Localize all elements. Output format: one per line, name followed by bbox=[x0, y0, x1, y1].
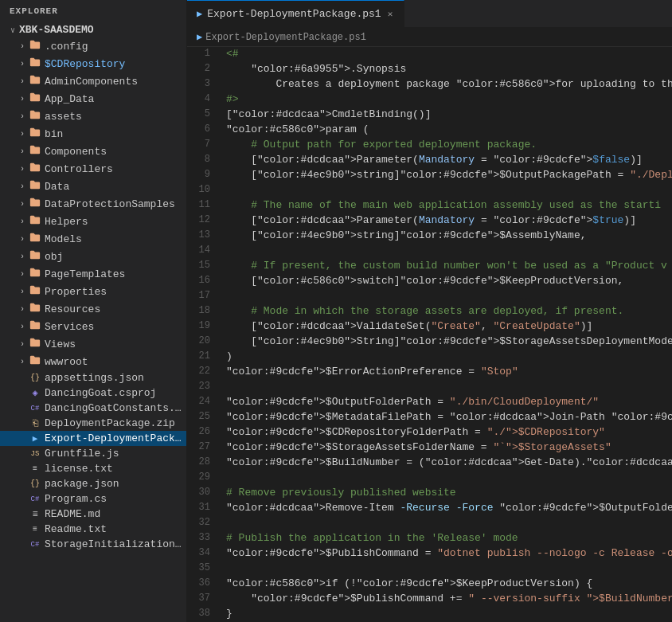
code-line: 13 ["color:#4ec9b0">string]"color:#9cdcf… bbox=[187, 229, 672, 244]
tab-close-icon[interactable]: ✕ bbox=[386, 8, 395, 20]
code-line: 23 bbox=[187, 380, 672, 395]
root-folder[interactable]: ∨ XBK-SAASDEMO bbox=[0, 22, 186, 37]
label-appsettings: appsettings.json bbox=[45, 372, 183, 384]
arrow-data: › bbox=[16, 182, 29, 191]
line-content bbox=[223, 561, 672, 577]
sidebar-item-data[interactable]: ›Data bbox=[0, 178, 186, 195]
sidebar-item-services[interactable]: ›Services bbox=[0, 318, 186, 335]
editor-content[interactable]: 1<#2 "color:#6a9955">.Synopsis3 Creates … bbox=[187, 47, 672, 622]
line-number: 37 bbox=[187, 592, 223, 607]
line-content: # Publish the application in the 'Releas… bbox=[223, 531, 672, 546]
line-number: 33 bbox=[187, 531, 223, 546]
line-number: 17 bbox=[187, 289, 223, 304]
sidebar-item-resources[interactable]: ›Resources bbox=[0, 300, 186, 318]
code-line: 9 ["color:#4ec9b0">string]"color:#9cdcfe… bbox=[187, 168, 672, 183]
line-number: 24 bbox=[187, 395, 223, 410]
sidebar-item-wwwroot[interactable]: ›wwwroot bbox=[0, 353, 186, 370]
line-number: 19 bbox=[187, 319, 223, 334]
icon-wwwroot bbox=[29, 354, 41, 369]
sidebar-item-models[interactable]: ›Models bbox=[0, 230, 186, 248]
root-arrow: ∨ bbox=[6, 25, 19, 35]
arrow-services: › bbox=[16, 323, 29, 331]
sidebar-item-views[interactable]: ›Views bbox=[0, 335, 186, 353]
sidebar-item-properties[interactable]: ›Properties bbox=[0, 283, 186, 300]
line-number: 10 bbox=[187, 183, 223, 198]
arrow-cdrepository: › bbox=[16, 60, 29, 68]
sidebar-item-deploymentpackage[interactable]: ⎗DeploymentPackage.zip bbox=[0, 416, 186, 431]
code-line: 25"color:#9cdcfe">$MetadataFilePath = "c… bbox=[187, 410, 672, 425]
line-content: "color:#c586c0">if (!"color:#9cdcfe">$Ke… bbox=[223, 577, 672, 592]
sidebar-item-cdrepository[interactable]: ›$CDRepository bbox=[0, 55, 186, 72]
sidebar-item-license[interactable]: ≡license.txt bbox=[0, 461, 186, 476]
sidebar-item-gruntfile[interactable]: JSGruntfile.js bbox=[0, 446, 186, 461]
icon-assets bbox=[29, 109, 41, 123]
icon-readmemd: ≡ bbox=[29, 509, 41, 520]
sidebar-item-app_data[interactable]: ›App_Data bbox=[0, 90, 186, 108]
label-data: Data bbox=[45, 181, 183, 193]
sidebar-item-pagetemplates[interactable]: ›PageTemplates bbox=[0, 265, 186, 283]
tree-items: ›.config›$CDRepository›AdminComponents›A… bbox=[0, 37, 186, 552]
sidebar-item-dancinggoat-csproj[interactable]: ◈DancingGoat.csproj bbox=[0, 385, 186, 401]
line-content bbox=[223, 289, 672, 304]
line-content: Creates a deployment package "color:#c58… bbox=[223, 77, 672, 92]
icon-services bbox=[29, 319, 41, 334]
line-number: 30 bbox=[187, 486, 223, 501]
code-line: 30# Remove previously published website bbox=[187, 486, 672, 501]
line-number: 25 bbox=[187, 410, 223, 425]
line-content: # Remove previously published website bbox=[223, 486, 672, 501]
line-content: } bbox=[223, 607, 672, 622]
sidebar-item-readmetxt[interactable]: ≡Readme.txt bbox=[0, 522, 186, 537]
line-content bbox=[223, 380, 672, 395]
arrow-views: › bbox=[16, 340, 29, 349]
line-number: 35 bbox=[187, 561, 223, 577]
sidebar-item-readmemd[interactable]: ≡README.md bbox=[0, 507, 186, 522]
icon-dancinggoat-csproj: ◈ bbox=[29, 387, 41, 399]
line-number: 27 bbox=[187, 440, 223, 456]
arrow-wwwroot: › bbox=[16, 358, 29, 366]
sidebar-item-admincomponents[interactable]: ›AdminComponents bbox=[0, 72, 186, 90]
label-wwwroot: wwwroot bbox=[45, 356, 183, 368]
line-number: 6 bbox=[187, 123, 223, 138]
label-dancinggoat-csproj: DancingGoat.csproj bbox=[45, 387, 183, 399]
arrow-bin: › bbox=[16, 130, 29, 139]
label-deploymentpackage: DeploymentPackage.zip bbox=[45, 417, 183, 429]
label-gruntfile: Gruntfile.js bbox=[45, 448, 183, 460]
sidebar-item-config[interactable]: ›.config bbox=[0, 37, 186, 55]
line-content: "color:#9cdcfe">$OutputFolderPath = "./b… bbox=[223, 395, 672, 410]
code-line: 5["color:#dcdcaa">CmdletBinding()] bbox=[187, 108, 672, 123]
sidebar-item-programcs[interactable]: C#Program.cs bbox=[0, 491, 186, 507]
code-table: 1<#2 "color:#6a9955">.Synopsis3 Creates … bbox=[187, 47, 672, 622]
line-number: 12 bbox=[187, 213, 223, 229]
icon-readmetxt: ≡ bbox=[29, 525, 41, 534]
code-line: 38} bbox=[187, 607, 672, 622]
line-content: "color:#9cdcfe">$BuildNumber = ("color:#… bbox=[223, 456, 672, 471]
sidebar-item-packagejson[interactable]: {}package.json bbox=[0, 476, 186, 491]
line-content: ["color:#4ec9b0">string]"color:#9cdcfe">… bbox=[223, 168, 672, 183]
sidebar-item-bin[interactable]: ›bin bbox=[0, 125, 186, 143]
code-line: 6"color:#c586c0">param ( bbox=[187, 123, 672, 138]
line-content: "color:#c586c0">param ( bbox=[223, 123, 672, 138]
sidebar-item-appsettings[interactable]: {}appsettings.json bbox=[0, 370, 186, 385]
sidebar-item-exportdeployment[interactable]: ▶Export-DeploymentPackage.ps1 bbox=[0, 431, 186, 446]
label-exportdeployment: Export-DeploymentPackage.ps1 bbox=[45, 432, 183, 444]
sidebar-item-dancinggoatconstants[interactable]: C#DancingGoatConstants.cs bbox=[0, 401, 186, 416]
sidebar-item-helpers[interactable]: ›Helpers bbox=[0, 213, 186, 230]
code-line: 2 "color:#6a9955">.Synopsis bbox=[187, 62, 672, 77]
code-line: 20 ["color:#4ec9b0">String]"color:#9cdcf… bbox=[187, 334, 672, 350]
editor-area: ▶ Export-DeploymentPackage.ps1 ✕ ▶ Expor… bbox=[187, 0, 672, 622]
sidebar-item-storageinit[interactable]: C#StorageInitializationModule.cs bbox=[0, 537, 186, 552]
line-number: 18 bbox=[187, 304, 223, 319]
code-line: 32 bbox=[187, 516, 672, 531]
sidebar-item-assets[interactable]: ›assets bbox=[0, 108, 186, 125]
code-line: 33# Publish the application in the 'Rele… bbox=[187, 531, 672, 546]
sidebar-item-obj[interactable]: ›obj bbox=[0, 248, 186, 265]
line-number: 5 bbox=[187, 108, 223, 123]
active-tab[interactable]: ▶ Export-DeploymentPackage.ps1 ✕ bbox=[187, 0, 404, 28]
icon-resources bbox=[29, 302, 41, 316]
code-line: 19 ["color:#dcdcaa">ValidateSet("Create"… bbox=[187, 319, 672, 334]
icon-views bbox=[29, 337, 41, 351]
sidebar-item-components[interactable]: ›Components bbox=[0, 143, 186, 160]
line-number: 4 bbox=[187, 92, 223, 108]
sidebar-item-controllers[interactable]: ›Controllers bbox=[0, 160, 186, 178]
sidebar-item-dataprotectionsamples[interactable]: ›DataProtectionSamples bbox=[0, 195, 186, 213]
